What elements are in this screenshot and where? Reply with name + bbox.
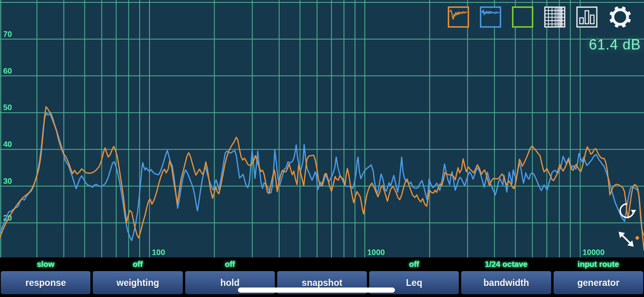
bar-chart-icon: [576, 6, 598, 28]
svg-text:70: 70: [3, 30, 12, 38]
overlay-square-icon: [512, 6, 533, 28]
trace-b-button[interactable]: [480, 6, 501, 28]
spectrum-chart: 80706050403020100100010000: [0, 0, 644, 257]
rotate-icon: [618, 202, 636, 220]
svg-text:10000: 10000: [583, 248, 605, 257]
svg-text:60: 60: [3, 67, 12, 75]
status-response: slow: [1, 257, 90, 271]
status-leq: off: [369, 257, 459, 271]
home-indicator[interactable]: [238, 287, 395, 293]
bar-chart-button[interactable]: [576, 6, 598, 28]
spl-readout: 61.4 dB: [589, 36, 641, 53]
resize-button[interactable]: [616, 229, 636, 251]
control-button-bar: response weighting hold snapshot Leq ban…: [0, 271, 644, 297]
trace-a-button[interactable]: [448, 6, 469, 28]
status-bandwidth: 1/24 octave: [461, 257, 551, 271]
svg-text:100: 100: [152, 248, 165, 257]
status-snapshot: [277, 257, 367, 271]
log-grid-icon: [544, 6, 565, 28]
status-bar: slow off off off 1/24 octave input route: [0, 257, 644, 271]
resize-icon: [616, 229, 636, 249]
status-generator: input route: [554, 257, 643, 271]
svg-text:50: 50: [3, 103, 12, 112]
grid-scale-button[interactable]: [544, 6, 565, 28]
weighting-button[interactable]: weighting: [93, 271, 182, 294]
analyzer-app: 80706050403020100100010000: [0, 0, 644, 297]
trace-b-icon: [480, 6, 501, 28]
overlay-square-button[interactable]: [512, 6, 533, 28]
rotate-button[interactable]: [618, 202, 636, 221]
trace-a-icon: [448, 6, 469, 28]
status-hold: off: [185, 257, 275, 271]
svg-text:80: 80: [3, 0, 12, 2]
spectrum-plot[interactable]: 80706050403020100100010000: [0, 0, 644, 257]
generator-button[interactable]: generator: [554, 271, 643, 294]
response-button[interactable]: response: [1, 271, 90, 294]
svg-text:40: 40: [3, 140, 12, 148]
bandwidth-button[interactable]: bandwidth: [461, 271, 551, 294]
status-weighting: off: [93, 257, 182, 271]
settings-button[interactable]: [609, 6, 632, 29]
svg-text:1000: 1000: [367, 248, 385, 257]
svg-text:30: 30: [3, 177, 12, 185]
settings-gear-icon: [609, 6, 632, 29]
